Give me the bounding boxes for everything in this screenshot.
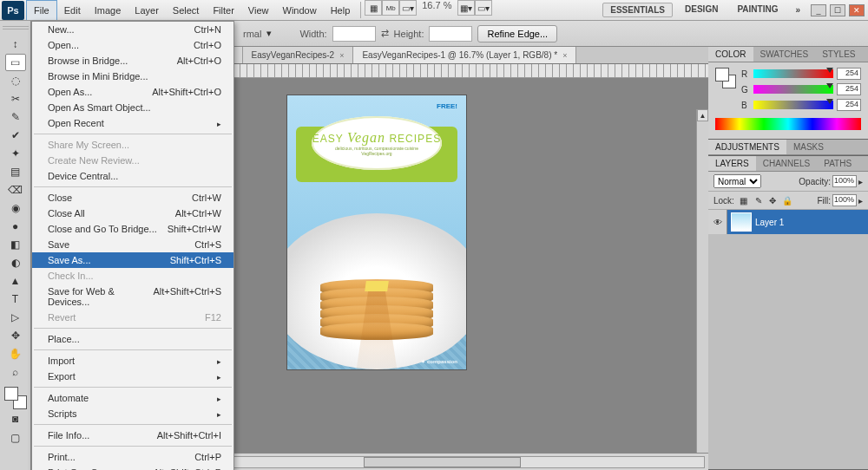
- menu-item-print-one-copy[interactable]: Print One CopyAlt+Shift+Ctrl+P: [32, 465, 233, 470]
- menu-item-browse-in-bridge[interactable]: Browse in Bridge...Alt+Ctrl+O: [32, 53, 233, 69]
- menu-help[interactable]: Help: [324, 0, 358, 20]
- menu-item-print[interactable]: Print...Ctrl+P: [32, 449, 233, 465]
- slider-G[interactable]: [753, 85, 833, 94]
- tool-18[interactable]: ⌕: [5, 363, 26, 381]
- scroll-up-icon[interactable]: ▲: [697, 109, 708, 121]
- value-G[interactable]: 254: [837, 83, 861, 95]
- menu-item-place[interactable]: Place...: [32, 331, 233, 347]
- mini-bridge-icon[interactable]: Mb: [382, 0, 399, 16]
- menu-item-save-as[interactable]: Save As...Shift+Ctrl+S: [32, 252, 233, 268]
- menu-item-device-central[interactable]: Device Central...: [32, 168, 233, 184]
- quickmask-icon[interactable]: ◙: [5, 410, 26, 428]
- foreground-color-swatch[interactable]: [4, 387, 18, 401]
- tool-4[interactable]: ✎: [5, 108, 26, 126]
- tool-10[interactable]: ●: [5, 218, 26, 235]
- opacity-flyout-icon[interactable]: ▸: [858, 177, 863, 186]
- color-swatches[interactable]: [4, 387, 27, 409]
- menu-item-import[interactable]: Import: [32, 353, 233, 369]
- tool-0[interactable]: ↕: [5, 36, 26, 53]
- document-tab[interactable]: EasyVeganRecipes-2×: [243, 47, 354, 63]
- normal-dropdown[interactable]: rmal: [243, 29, 261, 39]
- tool-5[interactable]: ✔: [5, 127, 26, 144]
- fill-flyout-icon[interactable]: ▸: [858, 196, 863, 206]
- menu-item-close-and-go-to-bridge[interactable]: Close and Go To Bridge...Shift+Ctrl+W: [32, 221, 233, 237]
- menu-edit[interactable]: Edit: [57, 0, 88, 20]
- workspace-essentials[interactable]: ESSENTIALS: [602, 3, 673, 17]
- menu-layer[interactable]: Layer: [128, 0, 166, 20]
- tool-14[interactable]: T: [5, 290, 26, 308]
- tool-9[interactable]: ◉: [5, 199, 26, 217]
- menu-item-browse-in-mini-bridge[interactable]: Browse in Mini Bridge...: [32, 69, 233, 84]
- tool-11[interactable]: ◧: [5, 236, 26, 253]
- workspace-painting[interactable]: PAINTING: [730, 3, 785, 17]
- slider-R[interactable]: [753, 69, 833, 78]
- view-extras-icon[interactable]: ▭▾: [399, 0, 417, 16]
- lock-all-icon[interactable]: 🔒: [781, 196, 793, 206]
- workspace-more[interactable]: »: [788, 3, 807, 16]
- menu-select[interactable]: Select: [166, 0, 207, 20]
- document-tab[interactable]: EasyVeganRecipes-1 @ 16.7% (Layer 1, RGB…: [353, 47, 576, 63]
- tab-close-icon[interactable]: ×: [562, 51, 567, 60]
- menu-item-open-as-smart-object[interactable]: Open As Smart Object...: [32, 100, 233, 115]
- tool-16[interactable]: ✥: [5, 327, 26, 344]
- tab-paths[interactable]: PATHS: [817, 156, 858, 171]
- value-B[interactable]: 254: [837, 99, 861, 111]
- color-spectrum[interactable]: [715, 118, 861, 130]
- screenmode-tool-icon[interactable]: ▢: [5, 429, 26, 447]
- opacity-value[interactable]: 100%: [832, 175, 857, 187]
- screen-mode-icon[interactable]: ▭▾: [475, 0, 492, 16]
- window-maximize-button[interactable]: ☐: [830, 4, 845, 16]
- menu-view[interactable]: View: [241, 0, 276, 20]
- tool-12[interactable]: ◐: [5, 254, 26, 271]
- menu-image[interactable]: Image: [88, 0, 128, 20]
- slider-B[interactable]: [753, 101, 833, 109]
- menu-item-automate[interactable]: Automate: [32, 390, 233, 406]
- layer-visibility-icon[interactable]: 👁: [708, 210, 727, 234]
- tool-2[interactable]: ◌: [5, 72, 26, 89]
- menu-file[interactable]: File: [26, 0, 57, 20]
- tab-masks[interactable]: MASKS: [786, 140, 831, 154]
- menu-item-close-all[interactable]: Close AllAlt+Ctrl+W: [32, 206, 233, 221]
- menu-filter[interactable]: Filter: [206, 0, 240, 20]
- lock-paint-icon[interactable]: ✎: [753, 196, 765, 206]
- menu-item-save-for-web-devices[interactable]: Save for Web & Devices...Alt+Shift+Ctrl+…: [32, 284, 233, 310]
- menu-window[interactable]: Window: [276, 0, 324, 20]
- fill-value[interactable]: 100%: [832, 194, 857, 206]
- window-minimize-button[interactable]: _: [811, 4, 826, 16]
- tab-channels[interactable]: CHANNELS: [756, 156, 817, 171]
- tab-swatches[interactable]: SWATCHES: [753, 47, 816, 62]
- layer-name[interactable]: Layer 1: [755, 218, 784, 227]
- lock-position-icon[interactable]: ✥: [766, 196, 779, 206]
- tool-13[interactable]: ▲: [5, 272, 26, 290]
- menu-item-file-info[interactable]: File Info...Alt+Shift+Ctrl+I: [32, 428, 233, 443]
- refine-edge-button[interactable]: Refine Edge...: [477, 25, 557, 42]
- vertical-scrollbar[interactable]: ▲: [696, 109, 708, 453]
- workspace-design[interactable]: DESIGN: [678, 3, 725, 17]
- menu-item-open[interactable]: Open...Ctrl+O: [32, 37, 233, 53]
- width-input[interactable]: [332, 26, 376, 42]
- lock-transparent-icon[interactable]: ▦: [738, 196, 750, 206]
- value-R[interactable]: 254: [837, 68, 861, 80]
- tool-6[interactable]: ✦: [5, 145, 26, 162]
- tab-styles[interactable]: STYLES: [815, 47, 862, 62]
- menu-item-open-recent[interactable]: Open Recent: [32, 115, 233, 131]
- tool-15[interactable]: ▷: [5, 309, 26, 326]
- bridge-icon[interactable]: ▦: [365, 0, 382, 16]
- layer-thumbnail[interactable]: [731, 212, 752, 232]
- tool-8[interactable]: ⌫: [5, 181, 26, 199]
- menu-item-new[interactable]: New...Ctrl+N: [32, 22, 233, 37]
- tab-adjustments[interactable]: ADJUSTMENTS: [708, 140, 786, 154]
- tab-close-icon[interactable]: ×: [339, 51, 344, 60]
- color-panel-swatch[interactable]: [715, 68, 736, 88]
- layer-row[interactable]: 👁 Layer 1: [708, 210, 868, 234]
- zoom-display[interactable]: 16.7 %: [422, 0, 451, 20]
- blend-mode-select[interactable]: Normal: [713, 174, 761, 188]
- arrange-icon[interactable]: ▦▾: [457, 0, 475, 16]
- tool-3[interactable]: ✂: [5, 90, 26, 108]
- horizontal-scrollbar[interactable]: [180, 456, 705, 468]
- tool-1[interactable]: ▭: [5, 54, 26, 71]
- menu-item-export[interactable]: Export: [32, 369, 233, 384]
- tool-7[interactable]: ▤: [5, 163, 26, 180]
- panel-grip[interactable]: [3, 26, 29, 31]
- window-close-button[interactable]: ✕: [849, 4, 865, 16]
